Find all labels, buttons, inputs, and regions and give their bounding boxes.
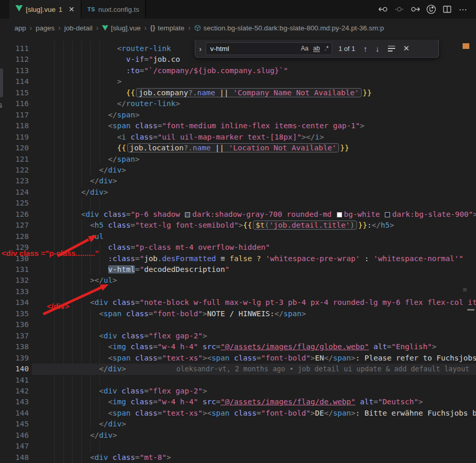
code-line: v-if="job.co: [126, 54, 180, 65]
line-number: 135: [5, 308, 29, 319]
line-number: 119: [5, 132, 29, 143]
line-number: 120: [5, 143, 29, 153]
regex-icon[interactable]: .*: [325, 45, 329, 52]
code-line: <h5 class="text-lg font-semibold">{{$t('…: [90, 220, 394, 231]
code-line: </div> oleksandr-vt, 2 months ago • job …: [99, 364, 469, 374]
next-match-icon[interactable]: ↓: [376, 44, 380, 53]
left-edge-letter: s: [0, 101, 2, 109]
navigate-location-icon[interactable]: [394, 4, 405, 15]
run-or-debug-icon[interactable]: [426, 4, 437, 15]
breadcrumb-separator: ›: [96, 24, 98, 32]
line-number: 133: [5, 286, 29, 297]
code-line: </span>: [108, 110, 140, 121]
tab-slug-vue[interactable]: [slug].vue 1 ✕: [9, 0, 81, 19]
line-number: 114: [5, 76, 29, 87]
code-line: </div>: [81, 187, 108, 198]
more-actions-icon[interactable]: ⋯: [457, 4, 469, 15]
breadcrumb-separator: ›: [188, 24, 191, 32]
line-number: 148: [5, 452, 29, 463]
code-line: <router-link: [117, 43, 171, 54]
breadcrumb-label: job-detail: [64, 24, 93, 32]
toggle-replace-icon[interactable]: ›: [195, 44, 206, 53]
line-number: 123: [5, 176, 29, 186]
whole-word-icon[interactable]: ab: [313, 45, 320, 52]
previous-match-icon[interactable]: ↑: [364, 44, 368, 53]
code-line: </router-link>: [117, 98, 180, 109]
code-line: {{job.location?.name || 'Location Not Av…: [117, 143, 349, 153]
find-widget: › v-html Aa ab .* 1 of 1 ↑ ↓ ✕: [195, 40, 439, 58]
vue-icon: [15, 5, 23, 13]
overview-find-marker: [463, 43, 469, 49]
line-number: 121: [5, 154, 29, 165]
breadcrumb-separator: ›: [144, 24, 147, 32]
code-line: </div>: [90, 430, 117, 441]
line-number: 141: [5, 375, 29, 386]
breadcrumb-item-job-detail[interactable]: job-detail: [64, 24, 93, 32]
color-swatch: [385, 212, 390, 217]
line-number: 147: [5, 441, 29, 452]
color-swatch: [337, 212, 342, 217]
line-number: 137: [5, 331, 29, 341]
line-number: 117: [5, 110, 29, 121]
close-find-icon[interactable]: ✕: [403, 44, 410, 53]
line-number: 143: [5, 397, 29, 407]
find-in-selection-icon[interactable]: [388, 46, 395, 52]
match-case-icon[interactable]: Aa: [301, 45, 309, 52]
line-number: 124: [5, 187, 29, 198]
code-line: <div class="mt-8">: [90, 452, 171, 463]
vue-icon: [102, 25, 108, 31]
line-number: 128: [5, 231, 29, 242]
line-number: 125: [5, 198, 29, 209]
breadcrumb-item-pages[interactable]: pages: [36, 24, 55, 32]
line-number: 118: [5, 121, 29, 131]
overview-dash: [467, 309, 474, 311]
navigate-back-icon[interactable]: [378, 4, 389, 15]
breadcrumb-separator: ›: [58, 24, 61, 32]
code-line: <span class="font-medium inline-flex ite…: [108, 121, 365, 131]
line-number: 132: [5, 275, 29, 286]
code-line: </div>: [90, 176, 117, 186]
breadcrumb-item-template[interactable]: {}template: [150, 24, 185, 32]
breadcrumb-label: app: [14, 24, 26, 32]
split-editor-icon[interactable]: [441, 4, 453, 15]
breadcrumb-item-app[interactable]: app: [14, 24, 26, 32]
line-number: 146: [5, 430, 29, 441]
line-number: 144: [5, 408, 29, 419]
code-line: <div class="flex gap-2">: [99, 386, 207, 397]
line-number: 145: [5, 419, 29, 430]
code-line: </span>: [108, 154, 140, 165]
line-number: 115: [5, 88, 29, 98]
line-number: 131: [5, 264, 29, 275]
line-number: 139: [5, 353, 29, 364]
cube-icon: [194, 25, 201, 31]
code-line: :class="job.desFormatted ≡ false ? 'whit…: [108, 253, 464, 264]
breadcrumb-separator: ›: [30, 24, 32, 32]
tab-nuxt-config[interactable]: TS nuxt.config.ts: [81, 0, 146, 19]
typescript-icon: TS: [88, 6, 95, 12]
code-line: <span class="font-bold">NOTE / HINWEIS:<…: [99, 308, 306, 319]
tab-title: [slug].vue: [26, 6, 56, 13]
annotation-label-p-class: <div class ="p-class.........": [2, 249, 99, 258]
find-query-text[interactable]: v-html: [210, 45, 296, 53]
code-line: ></ul>: [90, 275, 117, 286]
line-number: 140: [5, 364, 29, 374]
line-number: 136: [5, 319, 29, 330]
find-input[interactable]: v-html Aa ab .*: [206, 42, 332, 55]
line-number: 111: [5, 43, 29, 54]
navigate-forward-icon[interactable]: [410, 4, 421, 15]
line-number: 138: [5, 341, 29, 352]
breadcrumb-label: [slug].vue: [111, 24, 141, 32]
code-line: <i class="uil uil-map-marker text-[18px]…: [117, 132, 324, 143]
code-line: class="p-class mt-4 overflow-hidden": [108, 242, 270, 253]
line-number: 142: [5, 386, 29, 397]
find-results-count: 1 of 1: [338, 45, 355, 53]
breadcrumb-item-sectionbg-slate-50da[interactable]: section.bg-slate-50.dark:bg-slate-800.md…: [194, 24, 384, 32]
close-icon[interactable]: ✕: [69, 5, 75, 13]
code-line: </div>: [99, 419, 126, 430]
code-line: <span class="text-xs"><span class="font-…: [108, 408, 476, 419]
braces-icon: {}: [150, 24, 156, 31]
tab-badge: 1: [59, 6, 62, 13]
line-number: 113: [5, 65, 29, 76]
code-line: v-html="decodedDescription": [108, 264, 230, 275]
breadcrumb-item-slugvue[interactable]: [slug].vue: [102, 24, 141, 32]
